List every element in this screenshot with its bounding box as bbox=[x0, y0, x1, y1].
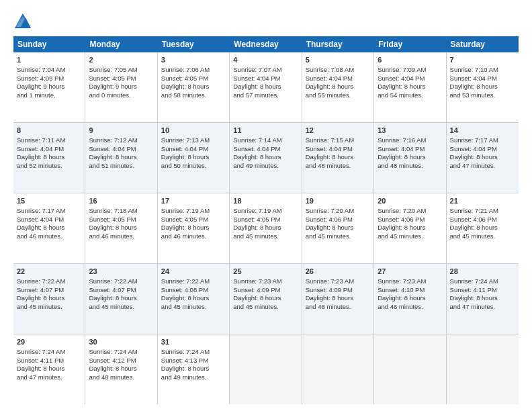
day-info-line-2: Sunset: 4:13 PM bbox=[161, 357, 208, 364]
header-day-wednesday: Wednesday bbox=[230, 36, 302, 52]
header-day-thursday: Thursday bbox=[302, 36, 374, 52]
day-info-line-2: Sunset: 4:04 PM bbox=[450, 145, 497, 152]
day-cell-8: 8Sunrise: 7:11 AMSunset: 4:04 PMDaylight… bbox=[13, 123, 85, 193]
day-info-line-3: Daylight: 8 hours bbox=[17, 365, 64, 372]
day-info-line-4: and 46 minutes. bbox=[378, 303, 423, 310]
day-info-line-4: and 50 minutes. bbox=[161, 162, 207, 169]
calendar-row-4: 22Sunrise: 7:22 AMSunset: 4:07 PMDayligh… bbox=[13, 264, 519, 334]
day-info-line-2: Sunset: 4:06 PM bbox=[306, 216, 353, 223]
day-info-line-4: and 0 minutes. bbox=[89, 91, 130, 99]
day-number: 28 bbox=[450, 267, 515, 277]
day-info-line-3: Daylight: 8 hours bbox=[450, 83, 498, 90]
day-info-line-4: and 57 minutes. bbox=[233, 91, 279, 99]
day-info-line-1: Sunrise: 7:07 AM bbox=[233, 66, 281, 73]
day-info-line-4: and 45 minutes. bbox=[306, 232, 351, 240]
day-cell-6: 6Sunrise: 7:09 AMSunset: 4:04 PMDaylight… bbox=[374, 52, 446, 122]
day-number: 18 bbox=[233, 196, 298, 206]
day-number: 3 bbox=[161, 55, 226, 65]
day-number: 30 bbox=[89, 337, 153, 347]
day-number: 14 bbox=[450, 126, 515, 136]
day-info-line-1: Sunrise: 7:23 AM bbox=[306, 277, 354, 285]
day-number: 6 bbox=[378, 55, 442, 65]
day-info-line-2: Sunset: 4:05 PM bbox=[89, 75, 136, 82]
day-info-line-2: Sunset: 4:04 PM bbox=[233, 145, 280, 152]
day-info-line-1: Sunrise: 7:18 AM bbox=[89, 207, 137, 214]
day-cell-12: 12Sunrise: 7:15 AMSunset: 4:04 PMDayligh… bbox=[302, 123, 374, 193]
day-info-line-4: and 48 minutes. bbox=[378, 162, 423, 169]
day-info-line-3: Daylight: 8 hours bbox=[233, 294, 281, 302]
day-info-line-4: and 49 minutes. bbox=[233, 162, 279, 169]
day-info-line-4: and 45 minutes. bbox=[89, 303, 134, 310]
day-info-line-3: Daylight: 8 hours bbox=[17, 153, 64, 161]
day-info-line-1: Sunrise: 7:23 AM bbox=[378, 277, 426, 285]
day-info-line-1: Sunrise: 7:19 AM bbox=[233, 207, 281, 214]
day-info-line-1: Sunrise: 7:17 AM bbox=[17, 207, 65, 214]
day-info-line-2: Sunset: 4:04 PM bbox=[306, 75, 353, 82]
day-number: 27 bbox=[378, 267, 442, 277]
day-info-line-1: Sunrise: 7:24 AM bbox=[450, 277, 498, 285]
day-info-line-3: Daylight: 8 hours bbox=[89, 153, 136, 161]
day-info-line-1: Sunrise: 7:20 AM bbox=[378, 207, 426, 214]
day-info-line-1: Sunrise: 7:04 AM bbox=[17, 66, 65, 73]
day-info-line-1: Sunrise: 7:23 AM bbox=[233, 277, 281, 285]
day-info-line-2: Sunset: 4:04 PM bbox=[378, 75, 425, 82]
day-info-line-3: Daylight: 8 hours bbox=[161, 365, 209, 372]
empty-cell-4-4 bbox=[302, 334, 374, 404]
day-number: 20 bbox=[378, 196, 442, 206]
day-info-line-1: Sunrise: 7:06 AM bbox=[161, 66, 210, 73]
day-info-line-4: and 45 minutes. bbox=[233, 232, 279, 240]
day-info-line-4: and 52 minutes. bbox=[17, 162, 62, 169]
logo-icon bbox=[13, 12, 32, 31]
day-cell-14: 14Sunrise: 7:17 AMSunset: 4:04 PMDayligh… bbox=[447, 123, 519, 193]
day-info-line-1: Sunrise: 7:14 AM bbox=[233, 136, 281, 144]
day-number: 2 bbox=[89, 55, 153, 65]
day-number: 12 bbox=[306, 126, 370, 136]
day-info-line-2: Sunset: 4:10 PM bbox=[378, 286, 425, 293]
day-info-line-1: Sunrise: 7:12 AM bbox=[89, 136, 137, 144]
day-cell-5: 5Sunrise: 7:08 AMSunset: 4:04 PMDaylight… bbox=[302, 52, 374, 122]
day-info-line-3: Daylight: 8 hours bbox=[306, 153, 353, 161]
day-info-line-3: Daylight: 8 hours bbox=[89, 294, 136, 302]
calendar-header: SundayMondayTuesdayWednesdayThursdayFrid… bbox=[13, 36, 519, 52]
day-info-line-2: Sunset: 4:05 PM bbox=[89, 216, 136, 223]
day-info-line-3: Daylight: 8 hours bbox=[450, 294, 498, 302]
day-number: 13 bbox=[378, 126, 442, 136]
day-info-line-1: Sunrise: 7:22 AM bbox=[89, 277, 137, 285]
day-info-line-2: Sunset: 4:09 PM bbox=[233, 286, 280, 293]
day-cell-21: 21Sunrise: 7:21 AMSunset: 4:06 PMDayligh… bbox=[447, 193, 519, 263]
day-info-line-4: and 55 minutes. bbox=[306, 91, 351, 99]
day-info-line-1: Sunrise: 7:17 AM bbox=[450, 136, 498, 144]
day-number: 22 bbox=[17, 267, 81, 277]
day-cell-2: 2Sunrise: 7:05 AMSunset: 4:05 PMDaylight… bbox=[85, 52, 157, 122]
day-info-line-3: Daylight: 8 hours bbox=[89, 224, 136, 231]
day-cell-11: 11Sunrise: 7:14 AMSunset: 4:04 PMDayligh… bbox=[230, 123, 302, 193]
day-info-line-4: and 45 minutes. bbox=[17, 303, 62, 310]
day-info-line-4: and 47 minutes. bbox=[450, 303, 496, 310]
day-info-line-2: Sunset: 4:04 PM bbox=[378, 145, 425, 152]
calendar-row-2: 8Sunrise: 7:11 AMSunset: 4:04 PMDaylight… bbox=[13, 123, 519, 193]
day-number: 26 bbox=[306, 267, 370, 277]
day-number: 23 bbox=[89, 267, 153, 277]
day-info-line-4: and 47 minutes. bbox=[450, 162, 496, 169]
day-info-line-2: Sunset: 4:12 PM bbox=[89, 357, 136, 364]
day-info-line-2: Sunset: 4:05 PM bbox=[17, 75, 64, 82]
day-info-line-1: Sunrise: 7:24 AM bbox=[89, 348, 137, 355]
day-info-line-2: Sunset: 4:05 PM bbox=[161, 216, 208, 223]
day-info-line-3: Daylight: 8 hours bbox=[378, 83, 425, 90]
day-info-line-1: Sunrise: 7:22 AM bbox=[17, 277, 65, 285]
day-info-line-3: Daylight: 8 hours bbox=[233, 224, 281, 231]
day-info-line-2: Sunset: 4:04 PM bbox=[161, 145, 208, 152]
day-number: 29 bbox=[17, 337, 81, 347]
day-info-line-2: Sunset: 4:08 PM bbox=[161, 286, 208, 293]
day-number: 8 bbox=[17, 126, 81, 136]
day-info-line-3: Daylight: 8 hours bbox=[89, 365, 136, 372]
day-info-line-4: and 45 minutes. bbox=[233, 303, 279, 310]
day-info-line-4: and 53 minutes. bbox=[450, 91, 496, 99]
day-info-line-2: Sunset: 4:06 PM bbox=[450, 216, 497, 223]
page: SundayMondayTuesdayWednesdayThursdayFrid… bbox=[0, 0, 532, 411]
header-day-saturday: Saturday bbox=[447, 36, 519, 52]
day-info-line-1: Sunrise: 7:20 AM bbox=[306, 207, 354, 214]
day-info-line-3: Daylight: 8 hours bbox=[450, 224, 498, 231]
day-cell-23: 23Sunrise: 7:22 AMSunset: 4:07 PMDayligh… bbox=[85, 264, 157, 334]
day-cell-1: 1Sunrise: 7:04 AMSunset: 4:05 PMDaylight… bbox=[13, 52, 85, 122]
